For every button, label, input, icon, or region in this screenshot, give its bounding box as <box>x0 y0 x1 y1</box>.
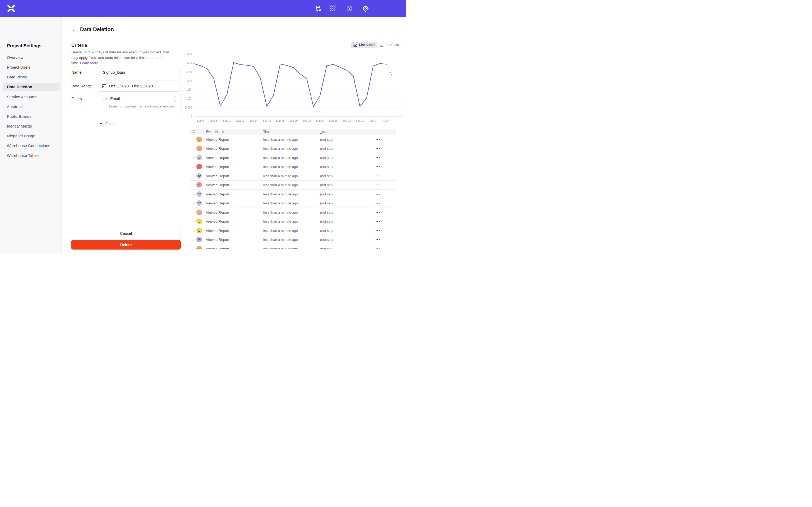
time-cell: less than a minute ago <box>263 165 298 169</box>
sidebar-item-overview[interactable]: Overview <box>0 53 62 61</box>
sort-icon[interactable] <box>192 129 196 134</box>
row-menu-button[interactable]: ••• <box>375 174 380 177</box>
row-menu-button[interactable]: ••• <box>375 211 380 214</box>
row-menu-button[interactable]: ••• <box>375 220 380 223</box>
row-menu-button[interactable]: ••• <box>375 202 380 205</box>
sidebar-item-data-deletion[interactable]: Data Deletion <box>3 82 60 91</box>
table-row[interactable]: ›.e{fill:#3a3a40}.m{fill:none;stroke:#3a… <box>190 171 396 181</box>
row-expand-chevron[interactable]: › <box>192 247 196 249</box>
user-avatar: .e{fill:#3a3a40}.m{fill:none;stroke:#3a3… <box>196 209 202 215</box>
cancel-button[interactable]: Cancel <box>71 229 181 238</box>
row-expand-chevron[interactable]: › <box>192 219 196 223</box>
table-row[interactable]: ›.e{fill:#3a3a40}.m{fill:none;stroke:#3a… <box>190 189 396 199</box>
table-row[interactable]: ›.e{fill:#3a3a40}.m{fill:none;stroke:#3a… <box>190 199 396 208</box>
table-row[interactable]: ›.e{fill:#3a3a40}.m{fill:none;stroke:#3a… <box>190 135 396 144</box>
x-axis-label: Sep 28 <box>343 119 351 122</box>
time-cell: less than a minute ago <box>263 238 298 242</box>
sidebar-item-warehouse-tables[interactable]: Warehouse Tables <box>0 151 62 159</box>
learn-more-link[interactable]: Learn More <box>80 61 98 65</box>
filter-kebab-menu[interactable]: ••• <box>172 96 177 102</box>
row-menu-button[interactable]: ••• <box>375 147 380 150</box>
row-expand-chevron[interactable]: › <box>192 174 196 178</box>
row-expand-chevron[interactable]: › <box>192 156 196 160</box>
user-avatar: .e{fill:#3a3a40}.m{fill:none;stroke:#3a3… <box>196 182 202 188</box>
apps-grid-icon[interactable] <box>330 5 337 12</box>
col-header-end[interactable]: _end <box>320 130 327 133</box>
end-cell: (not set) <box>320 238 333 242</box>
x-axis-label: Sep 18 <box>276 119 285 122</box>
row-expand-chevron[interactable]: › <box>192 238 196 242</box>
y-axis-label: 15K <box>187 88 192 91</box>
table-row[interactable]: ›.e{fill:#3a3a40}.m{fill:none;stroke:#3a… <box>190 226 396 235</box>
y-axis-label: 0 <box>191 115 192 118</box>
time-cell: less than a minute ago <box>263 156 298 160</box>
sidebar-item-data-views[interactable]: Data Views <box>0 73 62 81</box>
col-header-event-name[interactable]: Event Name <box>206 130 224 133</box>
filter-card-email[interactable]: Aa Email ••• Does not containemail@mixpa… <box>98 93 181 113</box>
end-cell: (not set) <box>320 174 333 178</box>
row-expand-chevron[interactable]: › <box>192 147 196 151</box>
line-chart-tab[interactable]: Line Chart <box>351 42 377 48</box>
table-body: ›.e{fill:#3a3a40}.m{fill:none;stroke:#3a… <box>190 135 396 249</box>
end-cell: (not set) <box>320 137 333 141</box>
col-header-time[interactable]: Time <box>263 130 270 133</box>
row-menu-button[interactable]: ••• <box>375 165 380 168</box>
sidebar-item-mixpanel-usage[interactable]: Mixpanel Usage <box>0 132 62 140</box>
table-row[interactable]: ›.e{fill:#3a3a40}.m{fill:none;stroke:#3a… <box>190 208 396 217</box>
sidebar-item-project-users[interactable]: Project Users <box>0 63 62 71</box>
data-settings-icon[interactable] <box>315 5 322 12</box>
table-row[interactable]: ›.e{fill:#3a3a40}.m{fill:none;stroke:#3a… <box>190 153 396 162</box>
row-expand-chevron[interactable]: › <box>192 201 196 205</box>
row-menu-button[interactable]: ••• <box>375 183 380 186</box>
row-expand-chevron[interactable]: › <box>192 228 196 232</box>
row-menu-button[interactable]: ••• <box>375 156 380 159</box>
sidebar-item-autotrack[interactable]: Autotrack <box>0 103 62 110</box>
time-cell: less than a minute ago <box>263 219 298 223</box>
events-table: Event Name Time _end ›.e{fill:#3a3a40}.m… <box>190 129 396 249</box>
back-button[interactable]: ← <box>71 26 78 33</box>
table-row[interactable]: ›.e{fill:#3a3a40}.m{fill:none;stroke:#3a… <box>190 217 396 226</box>
table-row[interactable]: ›.e{fill:#3a3a40}.m{fill:none;stroke:#3a… <box>190 144 396 154</box>
row-expand-chevron[interactable]: › <box>192 183 196 187</box>
mixpanel-logo[interactable] <box>7 5 15 12</box>
event-name-cell: Viewed Report <box>206 238 229 242</box>
x-axis-label: Sep 6 <box>197 119 204 122</box>
row-expand-chevron[interactable]: › <box>192 165 196 169</box>
add-filter-button[interactable]: + Filter <box>100 121 114 126</box>
date-range-label: Date Range <box>71 84 92 88</box>
time-cell: less than a minute ago <box>263 174 298 178</box>
row-menu-button[interactable]: ••• <box>375 192 380 196</box>
delete-button[interactable]: Delete <box>71 240 181 249</box>
row-expand-chevron[interactable]: › <box>192 137 196 141</box>
row-menu-button[interactable]: ••• <box>375 138 380 141</box>
name-input[interactable] <box>98 70 181 74</box>
sidebar-item-identity-merge[interactable]: Identity Merge <box>0 122 62 130</box>
x-axis-label: Sep 10 <box>223 119 231 122</box>
table-row[interactable]: ›.e{fill:#3a3a40}.m{fill:none;stroke:#3a… <box>190 235 396 244</box>
settings-gear-icon[interactable] <box>362 5 369 12</box>
table-row[interactable]: ›.e{fill:#3a3a40}.m{fill:none;stroke:#3a… <box>190 162 396 172</box>
date-range-picker[interactable]: Oct 1, 2023 - Dec 1, 2023 <box>98 80 181 92</box>
sidebar-item-public-boards[interactable]: Public Boards <box>0 112 62 120</box>
row-menu-button[interactable]: ••• <box>375 247 380 249</box>
table-row[interactable]: ›.e{fill:#3a3a40}.m{fill:none;stroke:#3a… <box>190 244 396 249</box>
help-icon[interactable] <box>346 5 353 12</box>
sidebar-item-warehouse-connections[interactable]: Warehouse Connections <box>0 142 62 150</box>
row-menu-button[interactable]: ••• <box>375 229 380 232</box>
events-chart: 35K30K25K20K15K10K5,0000Sep 6Sep 8Sep 10… <box>185 40 406 131</box>
table-header: Event Name Time _end <box>190 129 396 135</box>
event-name-cell: Viewed Report <box>206 147 229 151</box>
row-expand-chevron[interactable]: › <box>192 210 196 214</box>
x-axis-label: Sep 26 <box>329 119 338 122</box>
bar-chart-tab[interactable]: Bar Chart <box>377 42 402 48</box>
time-cell: less than a minute ago <box>263 183 298 187</box>
filter-property-row: Aa Email <box>103 97 120 101</box>
table-row[interactable]: ›.e{fill:#3a3a40}.m{fill:none;stroke:#3a… <box>190 181 396 190</box>
criteria-heading: Criteria <box>71 43 87 48</box>
row-expand-chevron[interactable]: › <box>192 192 196 196</box>
event-name-cell: Viewed Report <box>206 247 229 249</box>
time-cell: less than a minute ago <box>263 147 298 151</box>
sidebar-item-service-accounts[interactable]: Service Accounts <box>0 93 62 101</box>
row-menu-button[interactable]: ••• <box>375 238 380 241</box>
event-name-cell: Viewed Report <box>206 183 229 187</box>
